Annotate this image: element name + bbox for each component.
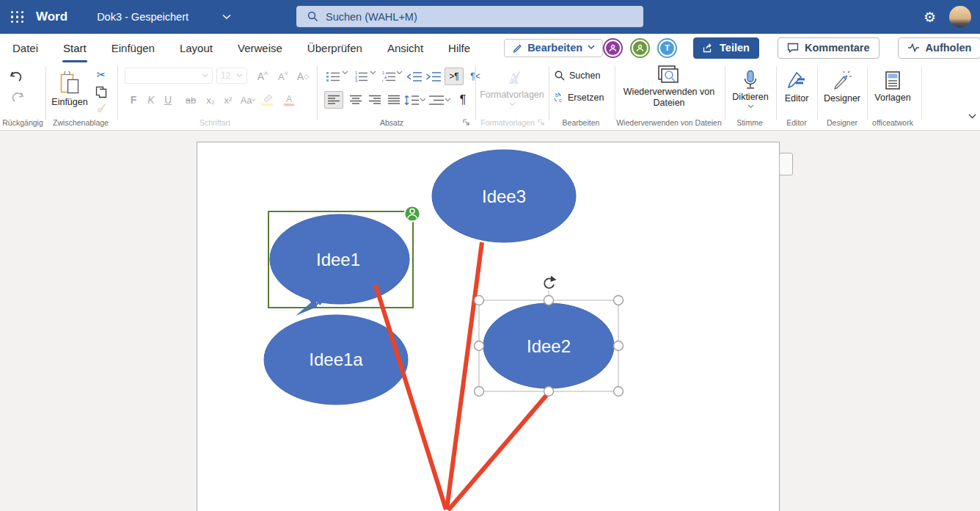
document-page[interactable]	[197, 142, 780, 511]
editor-pen-icon	[786, 70, 807, 91]
search-icon	[555, 70, 565, 81]
cut-button[interactable]: ✂	[93, 68, 109, 82]
font-name-combobox	[125, 68, 213, 84]
tab-hilfe[interactable]: Hilfe	[448, 39, 470, 57]
svg-text:c: c	[559, 97, 562, 103]
reuse-files-icon	[657, 65, 681, 85]
show-paragraph-marks-button[interactable]: ¶	[455, 91, 471, 109]
catch-up-button[interactable]: Aufholen	[898, 37, 980, 59]
chevron-down-icon	[202, 73, 208, 78]
tab-start[interactable]: Start	[63, 39, 87, 57]
coauthor-avatar-t[interactable]: T	[657, 38, 677, 58]
share-button[interactable]: Teilen	[693, 37, 759, 59]
app-top-bar: Word Dok3 - Gespeichert Suchen (WAHL+M) …	[0, 0, 980, 34]
justify-icon	[387, 95, 401, 105]
font-color-button: A	[280, 93, 298, 107]
font-size-combobox: 12	[216, 68, 247, 84]
multilevel-list-icon: 1 a i	[381, 70, 396, 82]
chevron-down-icon	[236, 73, 243, 78]
group-label-styles: Formatvorlagen	[480, 118, 535, 127]
font-color-icon: A	[283, 94, 295, 106]
templates-button[interactable]: Vorlagen	[870, 65, 915, 109]
multilevel-list-button[interactable]: 1 a i	[380, 69, 398, 84]
comment-icon	[787, 43, 799, 53]
svg-text:3: 3	[355, 79, 357, 82]
presence-avatars: T	[603, 38, 677, 58]
user-avatar[interactable]	[949, 6, 971, 28]
comments-button[interactable]: Kommentare	[778, 37, 880, 59]
undo-icon	[10, 70, 24, 83]
replace-button[interactable]: b c Ersetzen	[552, 92, 604, 103]
change-case-button: Aa˅	[238, 93, 257, 107]
bold-button: F	[126, 93, 141, 107]
tab-datei[interactable]: Datei	[12, 39, 38, 57]
search-input[interactable]: Suchen (WAHL+M)	[296, 6, 643, 27]
tab-ansicht[interactable]: Ansicht	[387, 39, 423, 57]
ribbon: Rückgängig Einfügen ✂ Zwischenablage 12	[0, 62, 980, 131]
group-label-undo: Rückgängig	[2, 118, 43, 127]
coauthor-avatar-green[interactable]	[630, 38, 650, 58]
group-label-reuse: Wiederverwenden von Dateien	[616, 118, 722, 127]
increase-indent-button[interactable]	[424, 69, 443, 84]
bullet-list-icon	[326, 70, 340, 82]
paste-button[interactable]: Einfügen	[48, 66, 91, 112]
undo-button[interactable]	[7, 68, 26, 85]
decrease-indent-button[interactable]	[405, 69, 424, 84]
group-label-voice: Stimme	[736, 118, 763, 127]
align-right-button[interactable]	[365, 91, 384, 109]
numbered-list-icon: 1 2 3	[354, 70, 368, 82]
justify-button[interactable]	[384, 91, 403, 109]
numbered-list-button[interactable]: 1 2 3	[352, 69, 370, 84]
highlighter-icon	[260, 94, 274, 106]
editing-mode-dropdown[interactable]: Bearbeiten	[504, 39, 603, 57]
editor-button[interactable]: Editor	[779, 65, 814, 109]
line-spacing-button[interactable]	[403, 91, 425, 109]
tab-verweise[interactable]: Verweise	[238, 39, 282, 57]
microphone-icon	[742, 70, 758, 90]
tab-layout[interactable]: Layout	[180, 39, 213, 57]
designer-button[interactable]: Designer	[820, 65, 864, 109]
search-placeholder: Suchen (WAHL+M)	[326, 11, 417, 23]
coauthor-avatar-purple[interactable]	[603, 38, 623, 58]
svg-text:a: a	[384, 75, 387, 79]
designer-wand-icon	[832, 70, 852, 91]
align-left-button[interactable]	[324, 91, 343, 109]
tab-einfuegen[interactable]: Einfügen	[111, 39, 155, 57]
person-icon	[609, 44, 617, 52]
scissors-icon: ✂	[97, 68, 106, 81]
underline-button: U	[161, 93, 175, 107]
collapse-ribbon-chevron[interactable]	[965, 110, 979, 122]
group-label-paragraph: Absatz	[380, 118, 403, 127]
group-label-officeatwork: officeatwork	[872, 118, 913, 127]
dictate-button[interactable]: Diktieren	[728, 65, 773, 113]
comment-indicator-tab[interactable]	[779, 153, 793, 175]
presence-initial: T	[665, 43, 670, 52]
clipboard-paste-icon	[59, 71, 81, 95]
settings-gear-icon[interactable]: ⚙	[924, 10, 936, 24]
redo-button	[7, 88, 26, 106]
multilevel-list-chevron[interactable]	[396, 70, 403, 75]
tab-ueberpruefen[interactable]: Überprüfen	[307, 39, 362, 57]
paragraph-indent-button[interactable]	[428, 91, 450, 109]
align-center-button[interactable]	[346, 91, 365, 109]
align-right-icon	[368, 95, 381, 105]
copy-button[interactable]	[93, 84, 109, 99]
group-label-editing: Bearbeiten	[563, 118, 600, 127]
ltr-direction-button[interactable]: >¶	[445, 68, 464, 85]
paragraph-dialog-launcher-icon[interactable]	[462, 118, 470, 126]
find-button[interactable]: Suchen	[555, 70, 600, 81]
increase-indent-icon	[425, 71, 442, 82]
app-launcher-waffle-icon[interactable]	[11, 11, 23, 23]
document-title[interactable]: Dok3 - Gespeichert	[97, 11, 231, 23]
superscript-button: x²	[220, 93, 236, 107]
svg-text:i: i	[382, 79, 383, 82]
styles-button: A Formatvorlagen	[481, 66, 543, 109]
line-spacing-icon	[403, 95, 419, 106]
strikethrough-button: ab	[182, 93, 200, 107]
reuse-files-button[interactable]: Wiederverwenden von Dateien	[615, 65, 723, 109]
styles-icon: A	[501, 69, 523, 88]
app-name: Word	[36, 10, 67, 24]
bullet-list-button[interactable]	[324, 69, 342, 84]
bullet-list-chevron[interactable]	[342, 70, 348, 75]
numbered-list-chevron[interactable]	[370, 70, 376, 75]
